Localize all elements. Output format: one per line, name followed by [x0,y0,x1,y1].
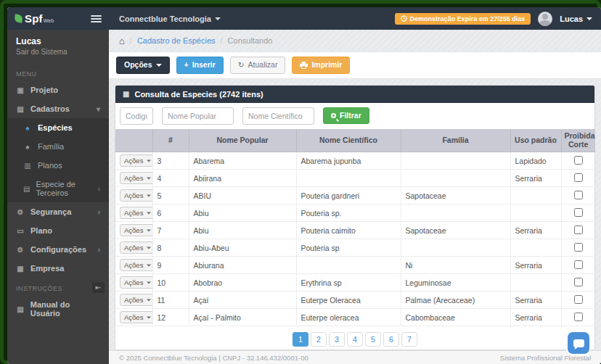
cell-number: 8 [152,239,189,257]
book-icon: ▤ [16,305,25,313]
filter-button[interactable]: Filtrar [323,107,369,125]
printer-icon [300,62,308,69]
actions-label: Ações [124,174,143,182]
table-row: Ações6AbiuPouteria sp. [115,204,595,222]
nome-popular-input[interactable] [162,107,234,125]
sidebar-item-cadastros[interactable]: ▤Cadastros▾ [7,99,109,118]
home-icon[interactable]: ⌂ [119,36,125,46]
row-actions-button[interactable]: Ações [120,294,152,306]
proibida-corte-checkbox[interactable] [574,156,583,165]
sidebar-item-label: Segurança [30,207,71,216]
sidebar-collapse-toggle[interactable]: ⇤ [92,282,105,293]
sidebar-item-label: Espécies [38,123,73,132]
proibida-corte-checkbox[interactable] [574,173,583,182]
sidebar-item-label: Planos [38,161,62,170]
cell-nome-popular: Abiu-Abeu [189,239,296,257]
caret-down-icon [147,229,151,231]
proibida-corte-checkbox[interactable] [574,243,583,252]
sidebar-item-label: Família [38,142,64,151]
page-button-1[interactable]: 1 [293,332,308,347]
proibida-corte-checkbox[interactable] [574,313,583,321]
cell-nome-cientifico: Pouteria sp [296,239,401,257]
cell-uso-padrao [510,274,561,291]
sidebar-item-esp-cies[interactable]: ♠Espécies [7,118,109,137]
cell-nome-popular: Açaí - Palmito [189,309,296,326]
hamburger-menu-icon[interactable] [91,14,102,24]
column-header: Família [401,129,510,152]
row-actions-button[interactable]: Ações [120,172,152,184]
building-icon: ▦ [16,265,25,273]
refresh-button[interactable]: ↻ Atualizar [230,57,286,74]
demo-expiry-badge[interactable]: Demonstração Expira em 27/255 dias [395,13,531,25]
proibida-corte-checkbox[interactable] [574,208,583,217]
caret-down-icon [147,160,151,162]
leaf-icon [14,14,23,23]
sidebar-item-seguran-a[interactable]: ⚙Segurança› [7,202,109,221]
row-actions-button[interactable]: Ações [120,311,152,323]
filter-bar: Filtrar [115,103,594,129]
company-dropdown[interactable]: Connectblue Tecnologia [119,15,221,23]
sidebar-submenu: ♠Espécies♠Família▥Planos▤Especie de Terc… [7,118,109,202]
demo-expiry-text: Demonstração Expira em 27/255 dias [410,15,526,22]
cell-nome-popular: Abarema [189,152,296,170]
page-button-5[interactable]: 5 [365,332,381,347]
row-actions-button[interactable]: Ações [120,207,152,219]
page-button-4[interactable]: 4 [347,332,363,347]
breadcrumb-separator: / [130,36,132,45]
logout-link[interactable]: Sair do Sistema [16,48,100,56]
row-actions-button[interactable]: Ações [120,189,152,202]
page-button-7[interactable]: 7 [401,332,417,347]
user-dropdown[interactable]: Lucas [560,15,592,23]
gears-icon: ⚙ [16,246,25,254]
row-actions-button[interactable]: Ações [120,259,152,271]
page-button-2[interactable]: 2 [311,332,327,347]
chevron-right-icon: › [98,246,100,254]
print-button[interactable]: Imprimir [292,57,350,74]
sidebar-item-plano[interactable]: ▭Plano [7,221,109,240]
options-button[interactable]: Opções [116,57,170,74]
chat-widget-button[interactable] [566,331,591,355]
sidebar-item-fam-lia[interactable]: ♠Família [7,137,109,156]
user-avatar[interactable] [538,12,552,26]
proibida-corte-checkbox[interactable] [574,260,583,269]
proibida-corte-checkbox[interactable] [574,295,583,304]
actions-label: Ações [124,191,143,199]
proibida-corte-checkbox[interactable] [574,278,583,286]
app-logo[interactable]: Spf Web [15,12,54,25]
sidebar-item-especie-de-terceiros[interactable]: ▤Especie de Terceiros› [7,175,109,202]
print-label: Imprimir [311,60,342,70]
sidebar-item-manual-do-usu-rio[interactable]: ▤Manual do Usuário [7,295,109,323]
cell-nome-cientifico: Erythrina sp [296,274,401,291]
row-actions-button[interactable]: Ações [120,241,152,254]
actions-label: Ações [124,209,143,217]
row-actions-button[interactable]: Ações [120,224,152,236]
table-row: Ações9AbiuranaNiSerraria [115,257,595,274]
cell-nome-cientifico [296,257,401,274]
sidebar-item-planos[interactable]: ▥Planos [7,156,109,175]
page-button-3[interactable]: 3 [329,332,345,347]
caret-down-icon [147,177,151,179]
sidebar-item-projeto[interactable]: ▣Projeto [7,80,109,99]
row-actions-button[interactable]: Ações [120,154,152,167]
cell-number: 11 [152,291,189,309]
breadcrumb-link[interactable]: Cadastro de Espécies [137,36,216,45]
codigo-input[interactable] [120,107,153,125]
column-header: Nome Popular [189,129,296,152]
sidebar-item-empresa[interactable]: ▦Empresa [7,259,109,278]
insert-button[interactable]: + Inserir [176,57,224,74]
actions-label: Ações [124,296,143,304]
proibida-corte-checkbox[interactable] [574,191,583,199]
table-row: Ações8Abiu-AbeuPouteria sp [115,239,595,257]
pagination: 1234567 [115,326,594,351]
cell-familia [401,239,510,257]
breadcrumb-separator: / [221,36,223,45]
proibida-corte-checkbox[interactable] [574,226,583,234]
row-actions-button[interactable]: Ações [120,276,152,289]
nome-cientifico-input[interactable] [242,107,314,125]
card-icon: ▥ [23,162,32,170]
sidebar-item-configura-es[interactable]: ⚙Configurações› [7,240,109,259]
brand-sub: Web [44,18,54,23]
table-row: Ações4AbiiranaSerraria [115,170,595,187]
page-button-6[interactable]: 6 [383,332,399,347]
cell-nome-popular: Açaí [189,291,296,309]
